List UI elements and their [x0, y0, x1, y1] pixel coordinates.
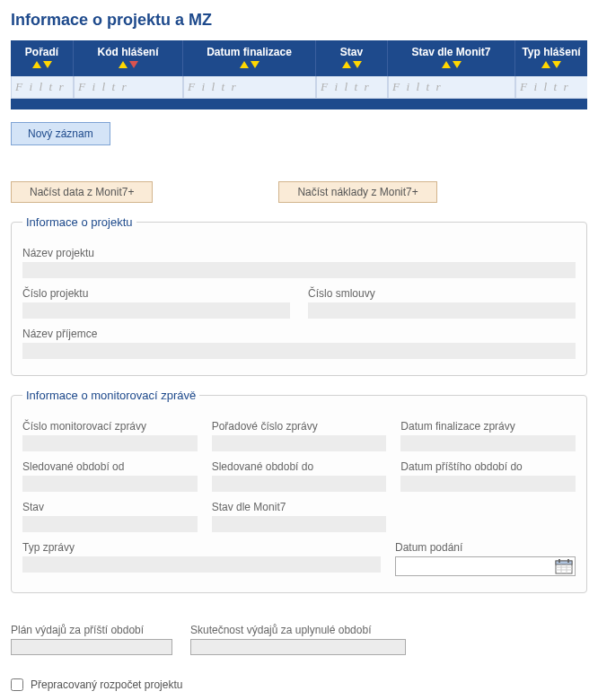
- col-label: Kód hlášení: [77, 46, 179, 58]
- col-label: Datum finalizace: [187, 46, 312, 58]
- sort-asc-icon[interactable]: [342, 61, 351, 68]
- date-podani-wrap: [395, 556, 576, 576]
- filter-row: [11, 76, 587, 99]
- label-cislo-mz: Číslo monitorovací zprávy: [22, 420, 198, 433]
- sort-asc-icon[interactable]: [32, 61, 41, 68]
- col-header-kod: Kód hlášení: [74, 40, 183, 76]
- new-record-button[interactable]: Nový záznam: [11, 122, 110, 145]
- fieldset-mz-info: Informace o monitorovací zprávě Číslo mo…: [11, 389, 587, 593]
- label-poradove: Pořadové číslo zprávy: [212, 420, 387, 433]
- legend-project-info: Informace o projektu: [22, 215, 136, 229]
- col-header-datum: Datum finalizace: [183, 40, 316, 76]
- filter-stavmonit[interactable]: [389, 76, 514, 98]
- legend-mz-info: Informace o monitorovací zprávě: [22, 389, 199, 402]
- input-obdobi-od[interactable]: [22, 476, 198, 492]
- col-header-poradi: Pořadí: [11, 40, 74, 76]
- label-pristi-do: Datum příštího období do: [400, 460, 576, 473]
- load-data-button[interactable]: Načíst data z Monit7+: [11, 181, 153, 203]
- input-typ-zpravy[interactable]: [22, 556, 381, 573]
- label-stav: Stav: [22, 501, 198, 513]
- filter-stav[interactable]: [317, 76, 387, 98]
- sort-desc-icon[interactable]: [353, 61, 362, 68]
- col-label: Stav: [320, 46, 383, 58]
- table-footer-bar: [11, 99, 587, 109]
- label-rozpocet: Přepracovaný rozpočet projektu: [31, 678, 182, 691]
- sort-asc-icon[interactable]: [541, 61, 550, 68]
- sort-desc-icon[interactable]: [129, 61, 138, 68]
- input-pristi-do[interactable]: [400, 476, 576, 492]
- input-stav-monit[interactable]: [212, 516, 387, 532]
- checkbox-group: Přepracovaný rozpočet projektu Přepracov…: [11, 678, 587, 700]
- input-obdobi-do[interactable]: [212, 476, 387, 492]
- input-cislo-mz[interactable]: [22, 435, 198, 451]
- sort-asc-icon[interactable]: [240, 61, 249, 68]
- input-datum-podani[interactable]: [396, 557, 555, 575]
- fieldset-project-info: Informace o projektu Název projektu Čísl…: [11, 215, 587, 376]
- input-cislo-projektu[interactable]: [22, 302, 290, 319]
- filter-typ[interactable]: [516, 76, 587, 98]
- label-typ-zpravy: Typ zprávy: [22, 541, 381, 554]
- label-plan: Plán výdajů za příští období: [11, 624, 172, 636]
- label-obdobi-do: Sledované období do: [212, 460, 387, 473]
- col-header-stav: Stav: [316, 40, 388, 76]
- input-stav[interactable]: [22, 516, 198, 532]
- table-header: Pořadí Kód hlášení Datum finalizace Stav…: [11, 40, 587, 76]
- label-cislo-smlouvy: Číslo smlouvy: [308, 287, 576, 300]
- sort-asc-icon[interactable]: [119, 61, 128, 68]
- sort-desc-icon[interactable]: [453, 61, 462, 68]
- checkbox-rozpocet[interactable]: [11, 678, 23, 691]
- below-row: Plán výdajů za příští období Skutečnost …: [11, 615, 587, 655]
- col-header-stavmonit: Stav dle Monit7: [388, 40, 515, 76]
- filter-kod[interactable]: [75, 76, 182, 98]
- svg-rect-1: [556, 561, 572, 564]
- load-costs-button[interactable]: Načíst náklady z Monit7+: [278, 181, 436, 203]
- sort-asc-icon[interactable]: [442, 61, 451, 68]
- label-cislo-projektu: Číslo projektu: [22, 287, 290, 300]
- label-stav-monit: Stav dle Monit7: [212, 501, 387, 513]
- col-label: Typ hlášení: [519, 46, 584, 58]
- sort-desc-icon[interactable]: [251, 61, 259, 68]
- label-nazev-prijemce: Název příjemce: [22, 328, 576, 340]
- label-datum-final: Datum finalizace zprávy: [400, 420, 576, 433]
- input-plan[interactable]: [11, 639, 172, 655]
- col-label: Stav dle Monit7: [391, 46, 511, 58]
- input-skutecnost[interactable]: [190, 639, 406, 655]
- page-title: Informace o projektu a MZ: [11, 11, 587, 30]
- label-nazev-projektu: Název projektu: [22, 247, 576, 259]
- input-nazev-prijemce[interactable]: [22, 343, 576, 359]
- sort-desc-icon[interactable]: [43, 61, 52, 68]
- calendar-icon[interactable]: [555, 558, 573, 574]
- label-datum-podani: Datum podání: [395, 541, 576, 554]
- filter-poradi[interactable]: [12, 76, 73, 98]
- input-datum-final[interactable]: [400, 435, 576, 451]
- input-cislo-smlouvy[interactable]: [308, 302, 576, 319]
- col-label: Pořadí: [14, 46, 69, 58]
- label-skutecnost: Skutečnost výdajů za uplynulé období: [190, 624, 406, 636]
- col-header-typ: Typ hlášení: [515, 40, 587, 76]
- input-poradove[interactable]: [212, 435, 387, 451]
- input-nazev-projektu[interactable]: [22, 262, 576, 278]
- sort-desc-icon[interactable]: [552, 61, 561, 68]
- filter-datum[interactable]: [184, 76, 315, 98]
- label-obdobi-od: Sledované období od: [22, 460, 198, 473]
